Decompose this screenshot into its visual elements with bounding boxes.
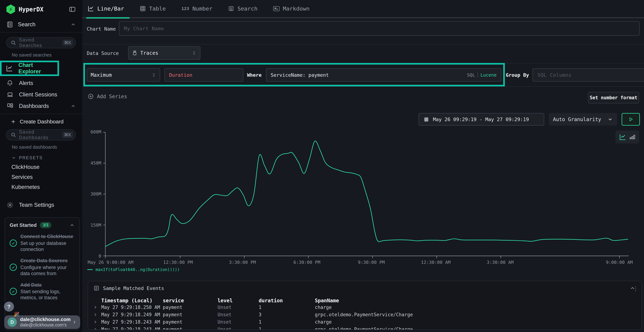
create-dashboard-label: Create Dashboard	[20, 118, 64, 125]
get-started-step-connect[interactable]: Connect to ClickHouse Set up your databa…	[10, 234, 75, 252]
sidebar-item-alerts[interactable]: Alerts	[0, 78, 82, 89]
select-chevrons-icon	[192, 50, 196, 55]
tab-search[interactable]: Search	[228, 5, 258, 12]
sql-toggle[interactable]: SQL	[467, 72, 475, 78]
granularity-select[interactable]: Auto Granularity	[549, 113, 617, 126]
column-header-duration[interactable]: duration	[259, 298, 315, 304]
aggregation-select[interactable]: Maximum	[87, 68, 160, 82]
column-header-service[interactable]: service	[163, 298, 218, 304]
user-menu[interactable]: D dale@clickhouse.com dale@clickhouse.co…	[4, 315, 80, 329]
saved-dashboards-input[interactable]: Saved Dashboards ⌘K	[6, 129, 76, 140]
sidebar-item-label: Alerts	[19, 80, 76, 86]
row-expand-chevron-icon[interactable]	[93, 320, 101, 324]
run-query-button[interactable]	[622, 113, 640, 126]
chevron-right-icon	[72, 320, 77, 325]
help-button[interactable]: ?	[4, 302, 14, 312]
field-input[interactable]: Duration	[164, 68, 243, 82]
chevron-up-icon[interactable]	[70, 222, 75, 228]
sidebar-item-label: Chart Explorer	[18, 62, 53, 75]
active-tab-underline	[86, 17, 130, 18]
step-title: Add Data	[20, 282, 75, 288]
cell-spanname: grpc.oteldemo.PaymentService/Charge	[315, 327, 632, 330]
bar-chart-icon[interactable]	[629, 134, 636, 140]
step-subtitle: Start sending logs, metrics, or traces	[20, 289, 75, 301]
add-series-button[interactable]: Add Series	[88, 94, 127, 100]
chevron-up-icon	[70, 22, 76, 27]
sidebar-section-search[interactable]: Search	[0, 18, 82, 32]
create-dashboard-button[interactable]: Create Dashboard	[11, 118, 82, 125]
cell-timestamp: May 27 9:29:18.249 AM	[101, 312, 163, 317]
table-row[interactable]: May 27 9:29:18.243 AMpaymentUnset1charge	[88, 318, 642, 326]
y-axis-tick-label: 450M	[82, 160, 101, 166]
saved-dashboards-placeholder: Saved Dashboards	[19, 129, 60, 140]
x-axis-tick-label: May 26 9:00:00 AM	[88, 260, 134, 265]
chart-line-series	[105, 141, 628, 247]
tab-markdown[interactable]: M↓Markdown	[273, 5, 310, 12]
row-expand-chevron-icon[interactable]	[93, 305, 101, 310]
preset-item-clickhouse[interactable]: ClickHouse	[12, 164, 82, 170]
get-started-step-sources[interactable]: Create Data Sources Configure where your…	[10, 258, 75, 276]
events-table-header: Timestamp (Local) service level duration…	[88, 298, 642, 304]
group-by-input[interactable]	[532, 68, 644, 82]
presets-toggle[interactable]: PRESETS	[12, 155, 82, 160]
hyperdx-logo-icon: ⚡	[6, 4, 15, 14]
aggregation-value: Maximum	[91, 72, 112, 78]
x-axis-labels: May 26 9:00:00 AM12:30:00 PM3:30:00 PM6:…	[103, 260, 629, 266]
sidebar-item-chart-explorer[interactable]: Chart Explorer	[2, 62, 58, 74]
cell-spanname: charge	[315, 319, 632, 325]
dashboard-icon	[6, 102, 14, 110]
field-value: Duration	[169, 72, 192, 78]
column-header-level[interactable]: level	[218, 298, 259, 304]
tab-line-bar[interactable]: Line/Bar	[88, 5, 124, 12]
no-saved-searches-text: No saved searches	[12, 52, 82, 58]
y-axis-tick-label: 150M	[82, 222, 101, 228]
annotation-highlight-chart-explorer: Chart Explorer	[0, 61, 59, 76]
row-expand-chevron-icon[interactable]	[93, 327, 101, 330]
chart-name-input[interactable]	[119, 21, 640, 36]
column-header-timestamp[interactable]: Timestamp (Local)	[101, 298, 163, 304]
preset-item-services[interactable]: Services	[12, 174, 82, 180]
sidebar-collapse-icon[interactable]	[69, 6, 76, 13]
lucene-toggle[interactable]: Lucene	[480, 72, 496, 78]
tab-number[interactable]: 123Number	[182, 5, 212, 12]
column-header-spanname[interactable]: SpanName	[315, 298, 632, 304]
preset-item-kubernetes[interactable]: Kubernetes	[12, 184, 82, 190]
data-source-value: Traces	[140, 50, 158, 56]
cell-duration: 1	[259, 327, 315, 330]
toggle-separator	[478, 72, 478, 78]
main-content: Line/BarTable123NumberSearchM↓Markdown C…	[82, 0, 644, 332]
table-options-kebab-icon[interactable]: ⋮	[633, 286, 638, 292]
select-chevrons-icon	[152, 72, 156, 77]
table-row[interactable]: May 27 9:29:18.250 AMpaymentUnset1charge	[88, 304, 642, 311]
saved-searches-input[interactable]: Saved Searches ⌘K	[6, 37, 76, 48]
date-range-input[interactable]: May 26 09:29:19 - May 27 09:29:19	[418, 113, 544, 126]
timeseries-chart[interactable]	[103, 132, 629, 261]
tab-table[interactable]: Table	[140, 5, 166, 12]
team-settings-label: Team Settings	[19, 202, 54, 208]
chart-legend: maxIf(toFloat640..ng(Duration)))))	[87, 267, 180, 272]
get-started-step-add-data[interactable]: Add Data Start sending logs, metrics, or…	[10, 282, 75, 301]
events-panel-title: Sample Matched Events	[103, 286, 164, 291]
search-icon	[11, 132, 16, 138]
no-saved-dashboards-text: No saved dashboards	[12, 144, 82, 150]
divider	[82, 86, 644, 87]
legend-swatch	[87, 269, 93, 270]
sidebar-item-client-sessions[interactable]: Client Sessions	[0, 89, 82, 100]
sidebar-item-team-settings[interactable]: Team Settings	[0, 202, 82, 208]
user-org: dale@clickhouse.com's	[20, 322, 69, 328]
granularity-value: Auto Granularity	[553, 116, 601, 122]
shortcut-badge: ⌘K	[62, 40, 73, 46]
step-subtitle: Set up your database connection	[20, 240, 75, 252]
where-input[interactable]: ServiceName: payment SQL Lucene	[266, 68, 501, 82]
search-icon	[11, 40, 16, 46]
set-number-format-button[interactable]: Set number format	[588, 92, 639, 104]
table-row[interactable]: May 27 9:29:18.249 AMpaymentUnset3grpc.o…	[88, 311, 642, 318]
cell-level: Unset	[218, 319, 259, 325]
x-axis-tick-label: 9:30:00 PM	[358, 260, 385, 265]
row-expand-chevron-icon[interactable]	[93, 312, 101, 317]
sample-matched-events-panel: Sample Matched Events Timestamp (Local) …	[88, 281, 642, 330]
table-row[interactable]: May 27 9:29:18.243 AMpaymentUnset1grpc.o…	[88, 326, 642, 330]
tab-label: Line/Bar	[97, 5, 124, 12]
data-source-select[interactable]: Traces	[128, 46, 200, 60]
sidebar-item-dashboards[interactable]: Dashboards	[0, 100, 82, 112]
